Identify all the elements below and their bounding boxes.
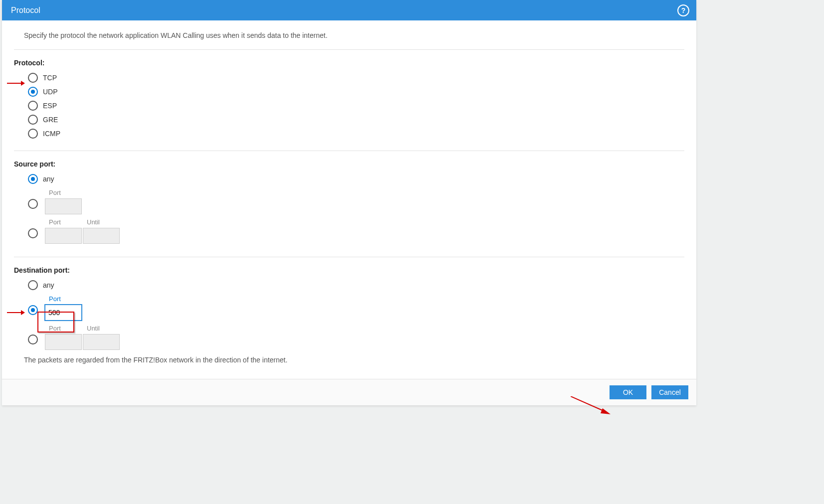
radio-icon[interactable] bbox=[28, 199, 38, 209]
protocol-option-tcp[interactable]: TCP bbox=[28, 72, 684, 84]
source-port-section: Source port: any Port Port bbox=[14, 151, 684, 257]
destination-port-label: Destination port: bbox=[14, 266, 684, 274]
radio-icon[interactable] bbox=[28, 280, 38, 290]
radio-label: any bbox=[43, 281, 54, 289]
page-title: Protocol bbox=[11, 6, 677, 15]
titlebar: Protocol ? bbox=[2, 0, 696, 20]
source-range-from-input[interactable] bbox=[45, 228, 82, 244]
radio-label: GRE bbox=[43, 116, 58, 124]
protocol-section: Protocol: TCP UDP ESP GRE ICMP bbox=[14, 50, 684, 151]
until-field-label: Until bbox=[87, 325, 120, 332]
port-column: Port bbox=[45, 189, 82, 214]
radio-label: ESP bbox=[43, 102, 57, 110]
port-field-label: Port bbox=[49, 189, 82, 196]
port-column: Port bbox=[45, 295, 82, 321]
protocol-option-esp[interactable]: ESP bbox=[28, 100, 684, 112]
dest-range-from-input[interactable] bbox=[45, 334, 82, 350]
source-range-to-input[interactable] bbox=[83, 228, 120, 244]
radio-label: ICMP bbox=[43, 130, 60, 138]
port-field-label: Port bbox=[49, 295, 82, 303]
dest-option-single[interactable]: Port bbox=[28, 295, 684, 321]
source-port-label: Source port: bbox=[14, 160, 684, 168]
radio-icon[interactable] bbox=[28, 129, 38, 139]
source-single-port-input[interactable] bbox=[45, 198, 82, 214]
port-column: Port bbox=[45, 325, 82, 350]
radio-label: any bbox=[43, 175, 54, 183]
help-icon[interactable]: ? bbox=[677, 4, 689, 16]
protocol-label: Protocol: bbox=[14, 59, 684, 67]
destination-port-section: Destination port: any Port Por bbox=[14, 257, 684, 375]
radio-icon[interactable] bbox=[28, 87, 38, 97]
source-option-range[interactable]: Port Until bbox=[28, 218, 684, 244]
dest-single-port-input[interactable] bbox=[45, 305, 82, 321]
ok-button[interactable]: OK bbox=[610, 385, 646, 399]
radio-icon[interactable] bbox=[28, 115, 38, 125]
dialog-body: Specify the protocol the network applica… bbox=[2, 20, 696, 379]
radio-icon[interactable] bbox=[28, 305, 38, 315]
intro-text: Specify the protocol the network applica… bbox=[14, 20, 684, 50]
radio-icon[interactable] bbox=[28, 101, 38, 111]
port-column: Port bbox=[45, 218, 82, 244]
footer-note: The packets are regarded from the FRITZ!… bbox=[24, 356, 684, 364]
protocol-dialog: Protocol ? Specify the protocol the netw… bbox=[2, 0, 696, 405]
svg-marker-5 bbox=[601, 408, 611, 414]
protocol-option-udp[interactable]: UDP bbox=[28, 86, 684, 98]
port-field-label: Port bbox=[49, 325, 82, 332]
radio-icon[interactable] bbox=[28, 228, 38, 238]
radio-label: TCP bbox=[43, 74, 57, 82]
dest-option-range[interactable]: Port Until bbox=[28, 325, 684, 350]
until-field-label: Until bbox=[87, 218, 120, 226]
dialog-footer: OK Cancel bbox=[2, 379, 696, 405]
radio-label: UDP bbox=[43, 88, 58, 96]
until-column: Until bbox=[83, 325, 120, 350]
source-option-single[interactable]: Port bbox=[28, 189, 684, 214]
until-column: Until bbox=[83, 218, 120, 244]
radio-icon[interactable] bbox=[28, 73, 38, 83]
radio-icon[interactable] bbox=[28, 174, 38, 184]
source-option-any[interactable]: any bbox=[28, 173, 684, 185]
protocol-option-icmp[interactable]: ICMP bbox=[28, 128, 684, 140]
dest-option-any[interactable]: any bbox=[28, 279, 684, 291]
protocol-option-gre[interactable]: GRE bbox=[28, 114, 684, 126]
port-field-label: Port bbox=[49, 218, 82, 226]
dest-range-to-input[interactable] bbox=[83, 334, 120, 350]
cancel-button[interactable]: Cancel bbox=[651, 385, 688, 399]
radio-icon[interactable] bbox=[28, 335, 38, 344]
